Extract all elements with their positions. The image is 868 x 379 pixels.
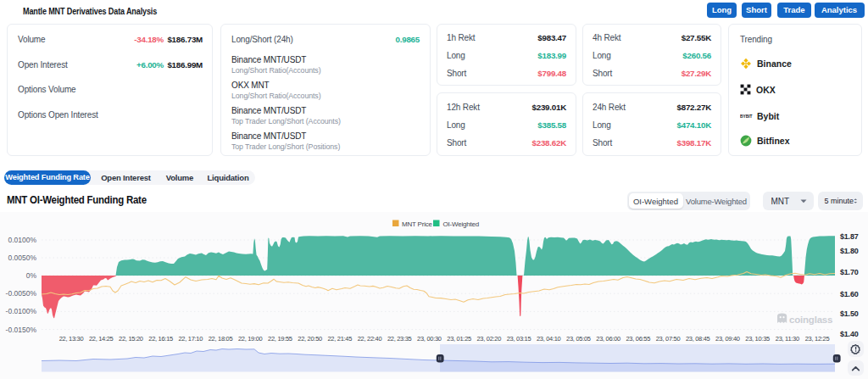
svg-text:23, 11:30: 23, 11:30 — [776, 335, 799, 343]
svg-text:22, 15:20: 22, 15:20 — [119, 335, 143, 343]
svg-text:coinglass: coinglass — [789, 315, 832, 325]
svg-text:-0.0100%: -0.0100% — [6, 307, 37, 315]
svg-text:23, 03:15: 23, 03:15 — [507, 335, 531, 343]
svg-text:22, 22:40: 22, 22:40 — [358, 335, 382, 343]
svg-text:-0.0050%: -0.0050% — [6, 289, 37, 298]
svg-text:23, 10:35: 23, 10:35 — [745, 335, 770, 343]
svg-text:22, 19:00: 22, 19:00 — [238, 335, 263, 343]
svg-text:22, 18:05: 22, 18:05 — [209, 335, 233, 343]
svg-text:23, 05:05: 23, 05:05 — [566, 335, 591, 343]
svg-text:0.0100%: 0.0100% — [8, 236, 36, 244]
svg-text:22, 14:25: 22, 14:25 — [89, 335, 114, 343]
svg-text:22, 19:55: 22, 19:55 — [268, 335, 292, 343]
svg-text:$1.70: $1.70 — [840, 268, 859, 276]
svg-text:23, 09:40: 23, 09:40 — [715, 335, 740, 343]
svg-text:22, 17:10: 22, 17:10 — [179, 335, 203, 343]
svg-text:23, 06:55: 23, 06:55 — [626, 335, 651, 343]
svg-text:OI-Weighted: OI-Weighted — [443, 220, 480, 228]
svg-text:0%: 0% — [26, 271, 37, 280]
svg-text:22, 23:35: 22, 23:35 — [387, 335, 412, 343]
svg-text:MNT Price: MNT Price — [402, 220, 433, 228]
svg-text:23, 07:50: 23, 07:50 — [656, 335, 681, 343]
svg-text:23, 08:45: 23, 08:45 — [686, 335, 710, 343]
svg-text:22, 20:50: 22, 20:50 — [298, 335, 322, 343]
svg-text:BYBIT: BYBIT — [740, 114, 752, 119]
svg-text:23, 04:10: 23, 04:10 — [537, 335, 561, 343]
svg-text:22, 16:15: 22, 16:15 — [148, 335, 173, 343]
svg-text:23, 12:25: 23, 12:25 — [805, 335, 830, 343]
svg-text:22, 13:30: 22, 13:30 — [59, 335, 84, 343]
svg-text:23, 06:00: 23, 06:00 — [596, 335, 620, 343]
svg-text:$1.87: $1.87 — [840, 232, 859, 241]
svg-text:$1.40: $1.40 — [840, 330, 859, 338]
svg-text:$1.50: $1.50 — [840, 309, 859, 318]
svg-text:23, 02:20: 23, 02:20 — [477, 335, 502, 343]
svg-text:$1.60: $1.60 — [840, 290, 859, 298]
svg-text:23, 00:30: 23, 00:30 — [417, 335, 442, 343]
svg-text:22, 21:45: 22, 21:45 — [328, 335, 353, 343]
svg-text:0.0050%: 0.0050% — [8, 254, 36, 262]
svg-text:$1.80: $1.80 — [840, 247, 859, 255]
svg-text:23, 01:25: 23, 01:25 — [447, 335, 471, 343]
svg-text:-0.0150%: -0.0150% — [6, 326, 37, 334]
